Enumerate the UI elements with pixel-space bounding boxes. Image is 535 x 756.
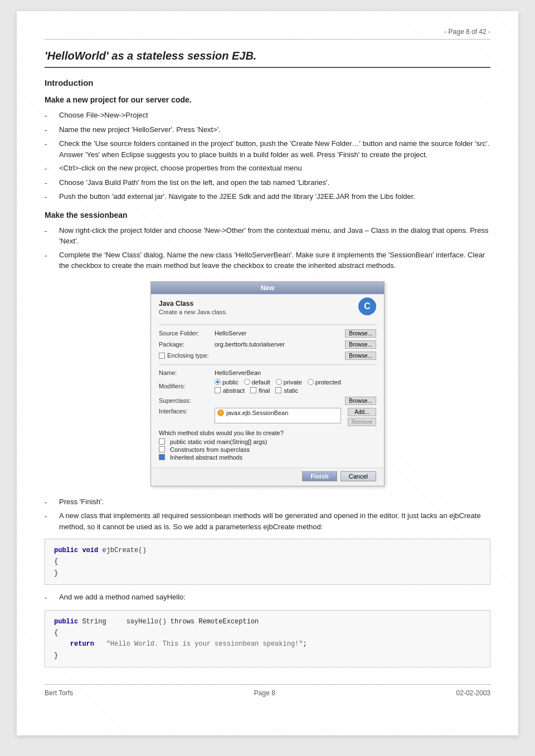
bullet-dash: - (45, 163, 55, 174)
list-item: - A new class that implements all requir… (45, 510, 490, 532)
list-item: - And we add a method named sayHello: (45, 592, 490, 603)
bullet-text: <Ctrl>-click on the new project, choose … (59, 163, 490, 174)
static-checkbox[interactable] (275, 387, 281, 393)
dialog-container: New Java Class Create a new Java class. … (45, 281, 490, 486)
list-item: - Name the new project 'HelloServer'. Pr… (45, 124, 490, 136)
bullet-text: Now right-click the project folder and c… (59, 225, 490, 247)
stub-constructors: Constructors from superclass (159, 446, 376, 453)
bullet-dash: - (45, 250, 55, 261)
stub-inherited: Inherited abstract methods (159, 454, 376, 461)
bullet-dash: - (45, 110, 55, 121)
enclosing-row: Enclosing type: Browse... (159, 352, 376, 360)
after-dialog-steps: - Press 'Finish'. - A new class that imp… (45, 496, 490, 533)
superclass-label: Superclass: (159, 397, 215, 404)
brace-close: } (54, 652, 58, 660)
bullet-dash: - (45, 191, 55, 203)
step5-list: - And we add a method named sayHello: (45, 592, 490, 603)
keyword: return (70, 640, 94, 648)
code-block-1: public void ejbCreate() { } (45, 539, 490, 585)
list-item: - Complete the 'New Class' dialog. Name … (45, 250, 490, 271)
stub-inherited-checkbox[interactable] (159, 454, 165, 460)
stub-constructors-checkbox[interactable] (159, 446, 165, 452)
bullet-dash: - (45, 225, 55, 237)
dialog-section-title: Java Class (159, 300, 227, 308)
footer-right: 02-02-2003 (456, 689, 490, 697)
enclosing-browse-button[interactable]: Browse... (345, 352, 376, 360)
finish-button[interactable]: Finish (302, 471, 337, 481)
introduction-heading: Introduction (45, 78, 490, 87)
final-checkbox[interactable] (250, 387, 256, 393)
package-browse-button[interactable]: Browse... (345, 340, 376, 349)
stub-main-checkbox[interactable] (159, 438, 165, 445)
protected-radio[interactable] (308, 379, 314, 385)
source-folder-value: HelloServer (215, 330, 342, 336)
dialog-box: New Java Class Create a new Java class. … (150, 281, 385, 486)
package-value: org.berttorfs.tutorialserver (215, 341, 342, 348)
bullet-text: Name the new project 'HelloServer'. Pres… (59, 124, 490, 135)
package-label: Package: (159, 341, 215, 348)
name-label: Name: (159, 369, 215, 376)
stub-inherited-label: Inherited abstract methods (170, 454, 242, 461)
list-item: - Press 'Finish'. (45, 496, 490, 508)
interfaces-row: Interfaces: I javax.ejb.SessionBean Add.… (159, 408, 376, 426)
private-radio[interactable] (276, 379, 282, 385)
keyword: void (82, 547, 98, 554)
footer-left: Bert Torfs (45, 689, 73, 697)
dialog-body: Java Class Create a new Java class. C So… (151, 294, 384, 467)
modifier-private: private (276, 379, 302, 386)
bullet-text: Push the button 'add external jar'. Navi… (59, 191, 490, 202)
bullet-text: A new class that implements all required… (59, 510, 490, 532)
bullet-text: And we add a method named sayHello: (59, 592, 490, 603)
interface-icon: I (217, 409, 224, 416)
new-project-heading: Make a new project for our server code. (45, 95, 490, 104)
function-name: sayHello() (127, 618, 167, 626)
name-row: Name: HelloServerBean (159, 369, 376, 376)
doc-title: 'HelloWorld' as a stateless session EJB. (45, 50, 490, 68)
modifier-final: final (250, 387, 270, 394)
string-literal: "Hello World. This is your sessionbean s… (106, 640, 303, 648)
sessionbean-heading: Make the sessionbean (45, 211, 490, 220)
list-item: - Choose 'Java Build Path' from the list… (45, 177, 490, 189)
page-footer: Bert Torfs Page 8 02-02-2003 (45, 684, 490, 697)
source-folder-row: Source Folder: HelloServer Browse... (159, 329, 376, 338)
public-radio[interactable] (215, 379, 221, 385)
source-folder-browse-button[interactable]: Browse... (345, 329, 376, 338)
modifier-default: default (244, 379, 270, 386)
function-name: ejbCreate() (102, 547, 146, 554)
superclass-browse-button[interactable]: Browse... (345, 397, 376, 405)
footer-center: Page 8 (254, 689, 275, 697)
page: - Page 8 of 42 - 'HelloWorld' as a state… (17, 11, 518, 735)
interface-name: javax.ejb.SessionBean (226, 409, 288, 416)
bullet-text: Press 'Finish'. (59, 496, 490, 508)
abstract-checkbox[interactable] (215, 387, 221, 393)
stubs-title: Which method stubs would you like to cre… (159, 430, 376, 436)
code-block-2: public String sayHello() throws RemoteEx… (45, 610, 490, 668)
bullet-dash: - (45, 510, 55, 522)
bullet-dash: - (45, 138, 55, 150)
interfaces-add-button[interactable]: Add... (348, 408, 376, 416)
default-radio[interactable] (244, 379, 250, 385)
interfaces-list: I javax.ejb.SessionBean (215, 408, 341, 423)
bullet-text: Choose File->New->Project (59, 110, 490, 121)
cancel-button[interactable]: Cancel (341, 471, 376, 481)
enclosing-checkbox[interactable] (159, 353, 165, 359)
modifier-public: public (215, 379, 239, 386)
dialog-subtitle: Create a new Java class. (159, 309, 227, 315)
keyword: public (54, 618, 78, 626)
modifiers-row: public default private (215, 379, 376, 386)
modifier-static: static (275, 387, 298, 394)
dialog-footer: Finish Cancel (151, 467, 384, 486)
bullet-text: Check the 'Use source folders contained … (59, 138, 490, 160)
source-folder-label: Source Folder: (159, 330, 215, 336)
brace-open: { (54, 558, 58, 565)
java-class-icon: C (358, 297, 376, 315)
modifiers-label: Modifiers: (159, 383, 215, 389)
keyword: public (54, 547, 78, 554)
name-value: HelloServerBean (215, 369, 376, 376)
dialog-titlebar: New (151, 282, 384, 294)
list-item: - Now right-click the project folder and… (45, 225, 490, 247)
bullet-dash: - (45, 496, 55, 508)
interfaces-remove-button[interactable]: Remove (348, 418, 376, 426)
list-item: - Push the button 'add external jar'. Na… (45, 191, 490, 203)
enclosing-label: Enclosing type: (167, 352, 217, 359)
